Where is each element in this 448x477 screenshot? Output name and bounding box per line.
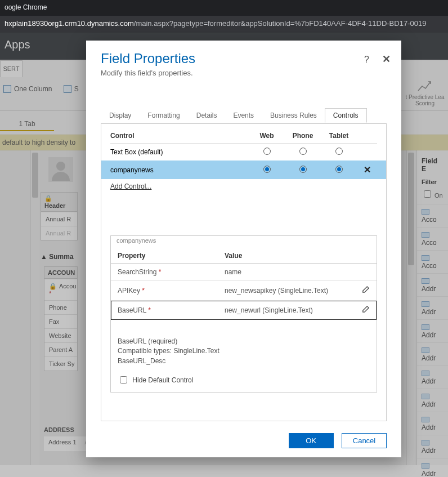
property-value: new_newurl (SingleLine.Text) [225,306,353,314]
tab-business-rules[interactable]: Business Rules [262,108,325,123]
radio[interactable] [299,166,307,173]
property-name: SearchString * [118,268,225,276]
ok-button[interactable]: OK [289,433,334,448]
tab-formatting[interactable]: Formatting [139,108,188,123]
radio[interactable] [263,148,271,155]
property-description: BaseURL (required) Compatible types: Sin… [118,337,219,366]
control-name: companynews [110,166,249,174]
radio[interactable] [263,166,271,173]
radio[interactable] [335,166,343,173]
edit-icon[interactable] [361,288,370,296]
properties-header: Property Value [111,249,377,264]
property-row[interactable]: APIKey *new_newsapikey (SingleLine.Text) [111,281,377,301]
remove-control-icon[interactable]: ✕ [364,165,371,175]
tab-controls[interactable]: Controls [325,108,367,123]
field-properties-dialog: Field Properties Modify this field's pro… [86,41,401,457]
tab-events[interactable]: Events [225,108,262,123]
dialog-subtitle: Modify this field's properties. [101,69,387,77]
control-name-label: companynews [111,236,377,249]
add-control-link[interactable]: Add Control... [101,179,386,196]
dialog-buttons: OK Cancel [283,433,387,448]
property-name: BaseURL * [118,306,225,314]
help-icon[interactable]: ? [361,55,373,65]
hide-default-control-checkbox[interactable]: Hide Default Control [118,375,193,385]
control-name: Text Box (default) [110,148,249,156]
address-bar[interactable]: hxplain18930org1.crm10.dynamics.com/main… [0,16,448,33]
address-path: /main.aspx?pagetype=formeditor&appSoluti… [134,19,427,28]
control-properties-panel: companynews Property Value SearchString … [110,235,377,393]
control-row[interactable]: Text Box (default) [101,144,386,161]
close-icon[interactable]: ✕ [380,53,392,65]
edit-icon[interactable] [361,307,370,315]
tab-display[interactable]: Display [101,108,140,123]
control-row[interactable]: companynews✕ [101,161,386,179]
dialog-title: Field Properties [101,51,387,66]
tab-details[interactable]: Details [188,108,226,123]
property-value: new_newsapikey (SingleLine.Text) [225,287,353,295]
property-row[interactable]: BaseURL *new_newurl (SingleLine.Text) [111,301,377,320]
tab-panel-controls: Control Web Phone Tablet Text Box (defau… [101,124,387,421]
cancel-button[interactable]: Cancel [342,433,387,448]
checkbox[interactable] [120,376,127,384]
property-name: APIKey * [118,287,225,295]
property-row[interactable]: SearchString *name [111,264,377,281]
radio[interactable] [335,148,343,155]
dialog-tabs: DisplayFormattingDetailsEventsBusiness R… [101,108,387,124]
radio[interactable] [299,148,307,155]
controls-header: Control Web Phone Tablet [101,124,386,143]
address-host: hxplain18930org1.crm10.dynamics.com [5,19,134,28]
chrome-tab: oogle Chrome [0,0,448,16]
property-value: name [225,268,353,276]
